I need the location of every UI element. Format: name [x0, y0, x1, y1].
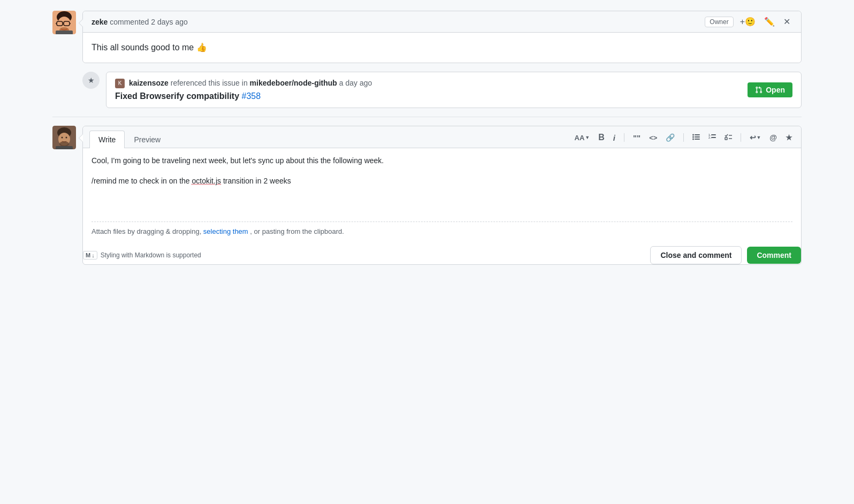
quote-button[interactable]: "" — [631, 132, 643, 143]
pull-request-icon — [755, 86, 762, 94]
ul-icon — [692, 133, 700, 142]
reference-pr-number: #358 — [242, 91, 261, 101]
bold-button[interactable]: B — [596, 132, 607, 143]
italic-icon: i — [613, 133, 615, 142]
section-divider — [52, 117, 802, 117]
tab-preview[interactable]: Preview — [125, 131, 170, 148]
quote-icon: " — [633, 133, 637, 142]
reply-button[interactable]: ↩ ▼ — [748, 132, 763, 143]
attach-text-after: , or pasting from the clipboard. — [250, 227, 344, 235]
comment-zeke: zeke commented 2 days ago Owner + 🙂 ✏️ ✕ — [52, 11, 802, 63]
code-button[interactable]: <> — [647, 133, 659, 143]
svg-rect-16 — [56, 146, 73, 149]
editor-line1: Cool, I'm going to be traveling next wee… — [92, 155, 792, 167]
reference-content: K kaizensoze referenced this issue in mi… — [106, 72, 802, 108]
task-list-button[interactable] — [722, 132, 734, 143]
reply-icon: ↩ — [750, 133, 756, 142]
editor-line2: /remind me to check in on the octokit.js… — [92, 175, 792, 188]
toolbar-sep-1 — [624, 133, 624, 142]
toolbar-sep-2 — [683, 133, 684, 142]
avatar-current-user — [52, 126, 76, 149]
ol-icon: 1. 2. — [708, 133, 716, 142]
comment-body-text: This all sounds good to me 👍 — [92, 43, 207, 52]
svg-rect-9 — [56, 30, 73, 34]
reference-time-value: a day ago — [339, 79, 372, 87]
svg-point-17 — [692, 134, 694, 136]
attach-select-link[interactable]: selecting them — [203, 227, 248, 235]
comment-author-zeke: zeke commented 2 days ago — [92, 18, 188, 26]
reply-section: Write Preview AA▼ B i "" — [52, 126, 802, 265]
unordered-list-button[interactable] — [690, 132, 702, 143]
comment-button[interactable]: Comment — [747, 247, 801, 264]
svg-point-15 — [59, 141, 69, 147]
editor-content-area: Cool, I'm going to be traveling next wee… — [83, 148, 801, 241]
bookmark-button[interactable]: ★ — [783, 132, 795, 143]
edit-comment-button[interactable]: ✏️ — [762, 16, 777, 28]
mention-button[interactable]: @ — [767, 132, 779, 143]
reference-user-avatar: K — [115, 79, 125, 88]
link-icon: 🔗 — [666, 133, 675, 142]
task-list-icon — [725, 133, 732, 142]
tab-group: Write Preview — [89, 131, 170, 148]
aa-icon: AA▼ — [575, 134, 590, 142]
svg-point-19 — [692, 136, 694, 138]
pr-status-text: Open — [766, 86, 785, 94]
close-icon: ✕ — [783, 17, 790, 27]
editor-tabs: Write Preview AA▼ B i "" — [83, 126, 801, 148]
svg-rect-20 — [695, 136, 700, 138]
svg-rect-18 — [695, 134, 700, 135]
toolbar-sep-3 — [741, 133, 741, 142]
reference-meta: K kaizensoze referenced this issue in mi… — [115, 79, 748, 88]
avatar-zeke — [52, 11, 76, 34]
reference-section: ★ K kaizensoze referenced this issue in … — [82, 72, 802, 108]
bold-icon: B — [598, 133, 605, 142]
text-size-button[interactable]: AA▼ — [573, 133, 592, 143]
markdown-hint: M↓ Styling with Markdown is supported — [83, 251, 201, 259]
ordered-list-button[interactable]: 1. 2. — [706, 132, 718, 143]
owner-badge: Owner — [705, 17, 733, 27]
italic-button[interactable]: i — [611, 132, 617, 143]
svg-point-21 — [692, 139, 694, 140]
editor-line2-after: transition in 2 weeks — [221, 177, 291, 185]
comment-author-name: zeke — [92, 18, 108, 26]
comment-actions: Owner + 🙂 ✏️ ✕ — [705, 16, 792, 28]
delete-comment-button[interactable]: ✕ — [781, 16, 792, 28]
attach-area: Attach files by dragging & dropping, sel… — [83, 222, 801, 241]
reference-user: kaizensoze — [129, 79, 169, 87]
reference-title-text: Fixed Browserify compatibility — [115, 91, 239, 101]
reference-action-text: referenced this issue in — [171, 79, 250, 87]
editor-footer: M↓ Styling with Markdown is supported Cl… — [83, 246, 801, 264]
svg-point-13 — [62, 137, 63, 139]
markdown-icon: M↓ — [83, 251, 97, 259]
bookmark-icon: ★ — [82, 72, 100, 89]
svg-rect-22 — [695, 139, 700, 140]
plus-icon: + — [740, 17, 745, 27]
reference-repo: mikedeboer/node-github — [250, 79, 337, 87]
svg-rect-26 — [711, 137, 716, 138]
editor-toolbar: AA▼ B i "" <> 🔗 — [573, 132, 795, 147]
comment-box-zeke: zeke commented 2 days ago Owner + 🙂 ✏️ ✕ — [82, 11, 802, 63]
comment-meta: commented 2 days ago — [110, 18, 188, 26]
code-icon: <> — [649, 134, 657, 142]
at-icon: @ — [769, 133, 777, 142]
editor-text-display: Cool, I'm going to be traveling next wee… — [83, 148, 801, 218]
close-and-comment-button[interactable]: Close and comment — [650, 246, 742, 264]
svg-point-14 — [66, 137, 67, 139]
reference-info: K kaizensoze referenced this issue in mi… — [115, 79, 748, 101]
resize-handle — [92, 218, 792, 222]
bookmark-icon: ★ — [786, 133, 792, 142]
comment-header-zeke: zeke commented 2 days ago Owner + 🙂 ✏️ ✕ — [83, 11, 801, 33]
octokit-word: octokit.js — [192, 177, 221, 185]
attach-text-before: Attach files by dragging & dropping, — [92, 227, 203, 235]
link-button[interactable]: 🔗 — [664, 132, 677, 143]
svg-rect-27 — [725, 138, 727, 140]
reference-pr-title: Fixed Browserify compatibility #358 — [115, 91, 748, 101]
pencil-icon: ✏️ — [764, 17, 775, 27]
markdown-hint-text: Styling with Markdown is supported — [101, 251, 201, 259]
add-reaction-button[interactable]: + 🙂 — [738, 16, 758, 28]
comment-body-zeke: This all sounds good to me 👍 — [83, 33, 801, 63]
pr-status-badge[interactable]: Open — [748, 82, 792, 97]
footer-buttons: Close and comment Comment — [650, 246, 801, 264]
emoji-icon: 🙂 — [745, 17, 756, 27]
tab-write[interactable]: Write — [89, 131, 125, 148]
